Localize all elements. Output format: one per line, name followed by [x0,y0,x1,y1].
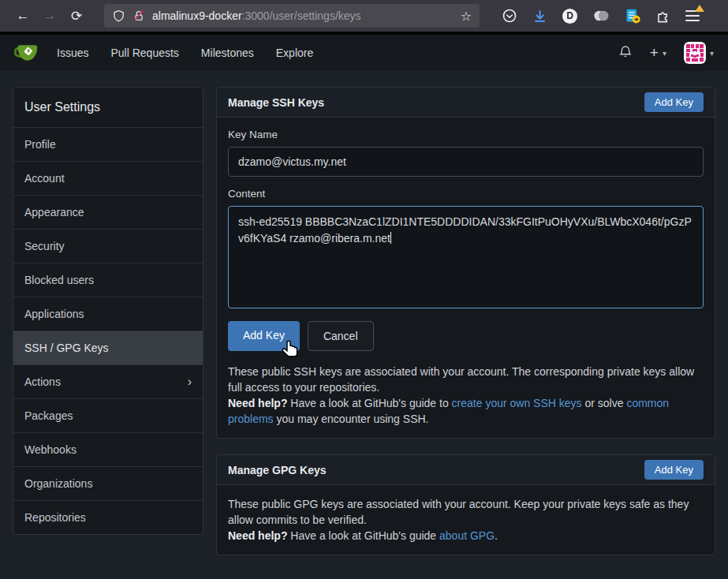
gpg-panel-title: Manage GPG Keys [228,464,327,476]
content-textarea[interactable]: ssh-ed25519 BBBBC3NzaC1lZDI1NTE5DDDDIDAN… [228,206,704,308]
key-name-value: dzamo@victus.my.net [238,155,346,168]
sidebar-item-label: Organizations [24,477,92,490]
sidebar-item-repositories[interactable]: Repositories [13,501,203,534]
sidebar-item-applications[interactable]: Applications [13,297,203,331]
user-menu[interactable]: ▾ [684,42,714,64]
url-host: almalinux9-docker [152,9,242,22]
toolbar-actions: D [502,8,700,24]
sidebar-item-label: SSH / GPG Keys [24,342,109,354]
nav-link-pull-requests[interactable]: Pull Requests [99,35,189,71]
reload-icon[interactable]: ⟳ [63,8,90,24]
text-caret [390,232,391,244]
gpg-panel-header: Manage GPG Keys Add Key [217,455,715,485]
back-icon[interactable]: ← [9,8,36,24]
sidebar-item-label: Packages [24,409,73,422]
ssh-help-line2a: Have a look at GitHub's guide to [287,397,451,409]
ssh-add-key-toggle-button[interactable]: Add Key [644,92,704,112]
bookmark-star-icon[interactable]: ☆ [461,9,472,24]
caret-down-icon: ▾ [663,49,666,58]
ssh-keys-panel: Manage SSH Keys Add Key Key Name dzamo@v… [216,87,715,439]
ssh-panel-title: Manage SSH Keys [228,96,324,109]
about-gpg-link[interactable]: about GPG [439,529,495,542]
settings-page: User Settings Profile Account Appearance… [0,71,728,579]
sidebar-item-ssh-gpg-keys[interactable]: SSH / GPG Keys [13,331,203,365]
pocket-icon[interactable] [502,8,517,24]
sidebar-item-security[interactable]: Security [13,230,203,263]
gitea-navbar: Issues Pull Requests Milestones Explore … [0,35,728,71]
sidebar-item-organizations[interactable]: Organizations [13,467,203,501]
cancel-button[interactable]: Cancel [308,321,374,351]
containers-icon[interactable] [592,8,610,24]
need-help-label: Need help? [228,529,287,542]
sidebar-item-account[interactable]: Account [13,162,203,196]
gpg-keys-panel: Manage GPG Keys Add Key These public GPG… [216,454,715,555]
sidebar-item-label: Appearance [24,206,84,219]
update-badge-icon [695,5,704,12]
sidebar-item-profile[interactable]: Profile [13,128,203,162]
shield-icon[interactable] [112,9,125,23]
key-name-input[interactable]: dzamo@victus.my.net [228,147,704,177]
ssh-help-line2b: or solve [582,397,627,409]
app-menu-icon[interactable] [685,10,700,21]
sidebar-item-appearance[interactable]: Appearance [13,196,203,230]
nav-link-issues[interactable]: Issues [46,35,99,71]
nav-link-explore[interactable]: Explore [265,35,324,71]
add-key-submit-button[interactable]: Add Key [228,321,300,351]
extension-d-icon[interactable]: D [562,9,577,24]
downloads-icon[interactable] [532,9,547,24]
sidebar-item-blocked-users[interactable]: Blocked users [13,263,203,297]
url-text[interactable]: almalinux9-docker:3000/user/settings/key… [152,9,361,22]
extensions-puzzle-icon[interactable] [655,9,670,24]
sidebar-title: User Settings [13,88,203,128]
sidebar-item-label: Profile [24,138,56,151]
gitea-logo-icon[interactable] [14,41,39,65]
form-buttons: Add Key Cancel [228,321,704,351]
sidebar-item-label: Account [24,172,65,185]
sidebar-item-label: Blocked users [24,274,94,286]
insecure-lock-icon[interactable] [133,9,145,23]
plus-icon: + [650,44,659,62]
notifications-bell-icon[interactable] [618,43,633,62]
gpg-help-line1: These public GPG keys are associated wit… [228,498,689,526]
sidebar-item-label: Repositories [24,511,86,524]
create-ssh-keys-link[interactable]: create your own SSH keys [452,397,582,409]
navbar-right: + ▾ ▾ [618,42,719,64]
ssh-help-text: These public SSH keys are associated wit… [228,364,704,427]
url-bar[interactable]: almalinux9-docker:3000/user/settings/key… [104,4,480,28]
gpg-help-line2b: . [495,529,498,542]
browser-toolbar: ← → ⟳ almalinux9-docker:3000/user/settin… [0,0,728,32]
sidebar-item-label: Actions [24,375,61,388]
sidebar-item-label: Applications [24,308,84,320]
caret-down-icon: ▾ [710,49,714,58]
gpg-add-key-toggle-button[interactable]: Add Key [644,460,704,480]
content-value: ssh-ed25519 BBBBC3NzaC1lZDI1NTE5DDDDIDAN… [238,215,692,245]
nav-link-milestones[interactable]: Milestones [190,35,265,71]
ssh-help-line1: These public SSH keys are associated wit… [228,365,694,394]
chevron-right-icon: › [188,375,192,388]
sidebar-item-webhooks[interactable]: Webhooks [13,433,203,467]
gpg-panel-body: These public GPG keys are associated wit… [217,485,715,555]
avatar [684,42,706,64]
settings-main: Manage SSH Keys Add Key Key Name dzamo@v… [216,87,715,555]
gpg-help-line2a: Have a look at GitHub's guide [287,529,439,542]
gpg-help-text: These public GPG keys are associated wit… [228,496,704,544]
forward-icon[interactable]: → [36,8,63,24]
ssh-panel-header: Manage SSH Keys Add Key [217,88,715,118]
sidebar-item-packages[interactable]: Packages [13,399,203,433]
key-name-label: Key Name [228,129,704,140]
sidebar-item-label: Webhooks [24,443,77,456]
create-new-menu[interactable]: + ▾ [650,44,666,62]
ssh-help-line2c: you may encounter using SSH. [274,413,429,425]
translate-doc-icon[interactable] [625,8,640,24]
settings-sidebar: User Settings Profile Account Appearance… [13,87,203,535]
url-path: :3000/user/settings/keys [242,9,361,22]
sidebar-item-actions[interactable]: Actions › [13,365,203,399]
ssh-panel-body: Key Name dzamo@victus.my.net Content ssh… [217,118,715,438]
content-label: Content [228,188,704,200]
sidebar-item-label: Security [24,240,65,252]
need-help-label: Need help? [228,397,287,409]
